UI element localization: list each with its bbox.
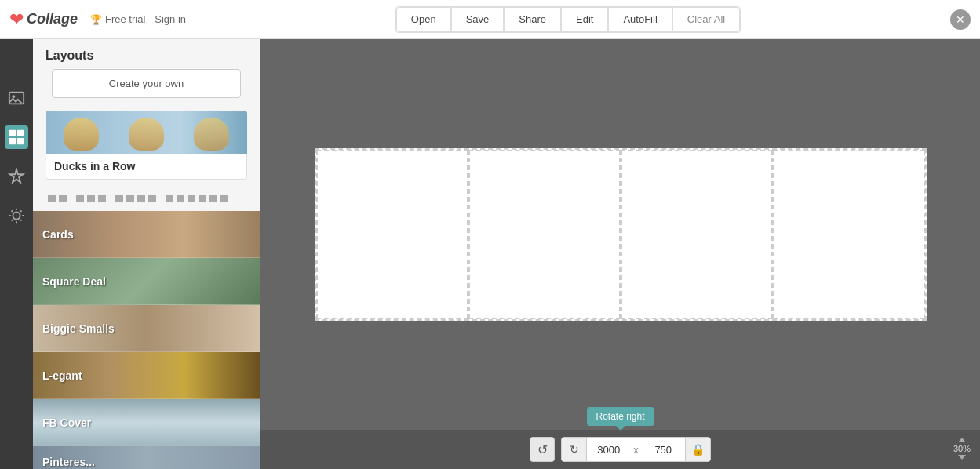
- height-input[interactable]: [642, 444, 685, 456]
- ducks-section: Ducks in a Row: [46, 111, 247, 180]
- zoom-level-text: 30%: [953, 444, 971, 453]
- dimension-control: ↻ x 🔒: [561, 437, 711, 462]
- open-button[interactable]: Open: [396, 7, 451, 32]
- create-own-button[interactable]: Create your own: [52, 69, 241, 98]
- share-button[interactable]: Share: [504, 7, 561, 32]
- close-button[interactable]: ✕: [950, 9, 971, 30]
- dimension-separator: x: [630, 444, 642, 456]
- square-deal-label: Square Deal: [42, 275, 106, 288]
- width-input[interactable]: [587, 444, 630, 456]
- cards-label: Cards: [42, 228, 74, 241]
- rotate-left-button[interactable]: ↺: [530, 437, 555, 462]
- collage-canvas[interactable]: [315, 148, 927, 321]
- svg-point-1: [13, 95, 16, 98]
- svg-rect-2: [9, 130, 16, 136]
- sidebar-item-stickers[interactable]: [5, 165, 28, 188]
- sidebar-item-backgrounds[interactable]: [5, 204, 28, 227]
- bottom-controls-bar: Rotate right ↺ ↻ x 🔒 30%: [260, 430, 980, 469]
- autofill-button[interactable]: AutoFill: [608, 7, 672, 32]
- sign-in-link[interactable]: Sign in: [155, 13, 186, 25]
- lock-button[interactable]: 🔒: [685, 437, 710, 462]
- rotate-tooltip: Rotate right: [586, 407, 654, 426]
- layout-item-square-deal[interactable]: Square Deal: [33, 258, 260, 305]
- canvas-cell-3[interactable]: [621, 150, 773, 319]
- grid-4col[interactable]: [113, 192, 158, 205]
- edit-button[interactable]: Edit: [561, 7, 608, 32]
- pinterest-label: Pinteres...: [42, 456, 95, 468]
- layouts-scroll: Create your own Ducks in a Row: [33, 69, 260, 469]
- layouts-title: Layouts: [33, 39, 260, 69]
- sidebar-item-layouts[interactable]: [5, 125, 28, 149]
- canvas-area: [260, 39, 980, 430]
- clear-all-button[interactable]: Clear All: [672, 7, 740, 32]
- fb-cover-label: FB Cover: [42, 416, 91, 429]
- svg-rect-3: [17, 130, 24, 136]
- sidebar-item-photos[interactable]: [5, 86, 28, 110]
- free-trial-link[interactable]: Free trial: [105, 13, 145, 25]
- layout-item-pinterest[interactable]: Pinteres...: [33, 446, 260, 469]
- canvas-cell-2[interactable]: [468, 150, 621, 319]
- layout-item-cards[interactable]: Cards: [33, 211, 260, 258]
- grid-2col[interactable]: [46, 192, 69, 205]
- layouts-panel: Layouts Create your own Ducks in a Row: [33, 39, 260, 469]
- app-logo: ❤ Collage: [9, 9, 78, 30]
- l-egant-label: L-egant: [42, 369, 82, 382]
- svg-point-6: [13, 212, 20, 219]
- zoom-controls: 30%: [953, 438, 971, 460]
- grid-options: [33, 186, 260, 211]
- grid-3col[interactable]: [74, 192, 108, 205]
- main-canvas-area: Rotate right ↺ ↻ x 🔒 30%: [260, 39, 980, 469]
- logo-icon: ❤: [9, 9, 24, 30]
- rotate-right-button[interactable]: ↻: [562, 437, 587, 462]
- icon-sidebar: [0, 39, 33, 469]
- canvas-cell-1[interactable]: [316, 150, 468, 319]
- zoom-out-button[interactable]: [958, 455, 966, 460]
- zoom-in-button[interactable]: [958, 438, 966, 442]
- canvas-cell-4[interactable]: [773, 150, 925, 319]
- svg-rect-4: [9, 138, 16, 144]
- layout-item-biggie-smalls[interactable]: Biggie Smalls: [33, 305, 260, 352]
- ducks-preview: [46, 111, 247, 154]
- layout-item-fb-cover[interactable]: FB Cover: [33, 399, 260, 446]
- ducks-label: Ducks in a Row: [46, 154, 247, 180]
- save-button[interactable]: Save: [451, 7, 505, 32]
- biggie-smalls-label: Biggie Smalls: [42, 322, 115, 335]
- grid-5col[interactable]: [163, 192, 231, 205]
- layout-item-l-egant[interactable]: L-egant: [33, 352, 260, 399]
- logo-text: Collage: [27, 11, 78, 27]
- svg-rect-5: [17, 138, 24, 144]
